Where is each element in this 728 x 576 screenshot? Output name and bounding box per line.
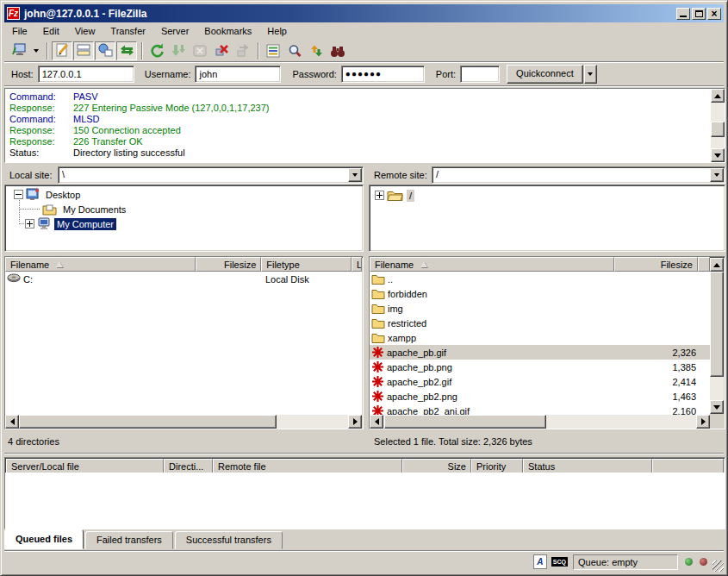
password-input[interactable]: ●●●●●● [341, 66, 425, 83]
scroll-left-button[interactable] [370, 415, 383, 429]
log-line: Response:227 Entering Passive Mode (127,… [9, 103, 711, 114]
scroll-thumb[interactable] [711, 122, 725, 137]
refresh-button[interactable] [146, 41, 167, 60]
column-header-priority[interactable]: Priority [471, 459, 523, 473]
column-header-last-modified[interactable]: L [352, 257, 362, 272]
queue-view-icon [120, 44, 134, 57]
disconnect-icon [215, 44, 229, 58]
toggle-message-log-button[interactable] [52, 41, 72, 60]
column-header-filesize[interactable]: Filesize [614, 257, 698, 272]
scroll-down-button[interactable] [711, 148, 725, 162]
cancel-operation-button[interactable] [190, 41, 210, 60]
queue-list-area[interactable] [5, 473, 725, 529]
find-files-button[interactable] [327, 41, 348, 60]
column-header-filename[interactable]: Filename [5, 257, 196, 272]
disconnect-button[interactable] [211, 41, 232, 60]
folder-icon [371, 332, 385, 343]
menu-file[interactable]: File [4, 24, 35, 38]
close-button[interactable]: × [707, 8, 721, 20]
file-row[interactable]: apache_pb2_ani.gif2,160 [370, 404, 710, 415]
quickconnect-button[interactable]: Quickconnect [507, 65, 583, 84]
scroll-up-button[interactable] [711, 89, 725, 103]
scroll-right-button[interactable] [348, 415, 362, 429]
filter-button[interactable] [263, 41, 283, 60]
username-input[interactable]: john [195, 66, 281, 83]
file-row[interactable]: apache_pb2.png1,463 [370, 389, 710, 404]
maximize-icon [695, 10, 703, 17]
menu-transfer[interactable]: Transfer [103, 24, 153, 38]
quickconnect-bar: Host: 127.0.0.1 Username: john Password:… [4, 63, 724, 86]
file-row[interactable]: forbidden [370, 286, 710, 301]
site-manager-button[interactable] [9, 41, 29, 60]
tree-item-my-documents[interactable]: My Documents [40, 202, 128, 216]
tree-item-root[interactable]: / [375, 188, 414, 203]
menu-server[interactable]: Server [153, 24, 196, 38]
arrow-up-icon [713, 260, 720, 267]
column-header-filename[interactable]: Filename [370, 257, 614, 272]
scroll-right-button[interactable] [696, 415, 710, 429]
local-tree-panel: Desktop My Documents My Computer [4, 185, 364, 252]
file-row-local-disk[interactable]: C: Local Disk [5, 272, 362, 286]
column-header-filetype[interactable]: Filetype [261, 257, 352, 272]
file-row[interactable]: img [370, 301, 710, 316]
minimize-button[interactable] [676, 8, 690, 20]
expand-icon[interactable] [375, 191, 384, 200]
file-row[interactable]: apache_pb2.gif2,414 [370, 374, 710, 389]
menu-bookmarks[interactable]: Bookmarks [196, 24, 259, 38]
tree-item-my-computer[interactable]: My Computer [25, 216, 116, 231]
local-site-combo[interactable]: \ [58, 166, 364, 184]
column-header-stub [698, 257, 710, 272]
toggle-transfer-queue-button[interactable] [116, 41, 137, 60]
tab-failed-transfers[interactable]: Failed transfers [85, 531, 173, 549]
column-header-size[interactable]: Size [402, 459, 471, 473]
log-vertical-scrollbar[interactable] [711, 89, 725, 162]
combo-dropdown-button[interactable] [710, 168, 724, 182]
file-row[interactable]: xampp [370, 330, 710, 345]
scrollbar-corner [710, 414, 724, 428]
file-row-selected[interactable]: apache_pb.gif2,326 [370, 345, 710, 360]
tab-queued-files[interactable]: Queued files [4, 529, 84, 549]
remote-vertical-scrollbar[interactable] [710, 258, 724, 414]
maximize-button[interactable] [692, 8, 706, 20]
combo-dropdown-button[interactable] [348, 168, 362, 182]
column-header-direction[interactable]: Directi... [164, 459, 213, 473]
remote-horizontal-scrollbar[interactable] [370, 415, 710, 429]
local-horizontal-scrollbar[interactable] [5, 415, 362, 429]
site-manager-dropdown-button[interactable] [30, 41, 42, 60]
menu-help[interactable]: Help [259, 24, 295, 38]
resize-grip[interactable] [712, 560, 724, 572]
column-header-filesize[interactable]: Filesize [196, 257, 261, 272]
column-header-status[interactable]: Status [523, 459, 652, 473]
file-row[interactable]: .. [370, 272, 710, 286]
column-header-server-local-file[interactable]: Server/Local file [6, 459, 164, 473]
synchronized-browsing-button[interactable] [306, 41, 327, 60]
host-input[interactable]: 127.0.0.1 [38, 66, 134, 83]
expand-icon[interactable] [25, 219, 34, 229]
scroll-thumb[interactable] [710, 272, 724, 377]
scroll-up-button[interactable] [710, 258, 724, 272]
reconnect-button[interactable] [233, 41, 253, 60]
directory-comparison-button[interactable] [284, 41, 305, 60]
tree-item-desktop[interactable]: Desktop [14, 187, 83, 202]
process-queue-button[interactable] [168, 41, 189, 60]
scroll-down-button[interactable] [710, 400, 724, 414]
scroll-left-button[interactable] [5, 415, 19, 429]
tab-successful-transfers[interactable]: Successful transfers [175, 531, 283, 549]
open-folder-icon [387, 189, 403, 202]
toggle-remote-tree-button[interactable] [95, 41, 115, 60]
column-header-remote-file[interactable]: Remote file [213, 459, 402, 473]
title-bar[interactable]: Fz john@127.0.0.1 - FileZilla × [4, 4, 724, 22]
remote-site-combo[interactable]: / [432, 166, 725, 184]
separator [4, 453, 724, 454]
quickconnect-dropdown-button[interactable] [584, 65, 597, 84]
port-input[interactable] [460, 66, 500, 83]
sort-ascending-icon [56, 261, 63, 267]
scroll-thumb[interactable] [19, 415, 277, 429]
collapse-icon[interactable] [14, 190, 23, 199]
menu-view[interactable]: View [67, 24, 103, 38]
scroll-thumb[interactable] [384, 415, 546, 429]
toggle-local-tree-button[interactable] [73, 41, 94, 60]
file-row[interactable]: restricted [370, 316, 710, 330]
menu-edit[interactable]: Edit [35, 24, 67, 38]
file-row[interactable]: apache_pb.png1,385 [370, 360, 710, 374]
